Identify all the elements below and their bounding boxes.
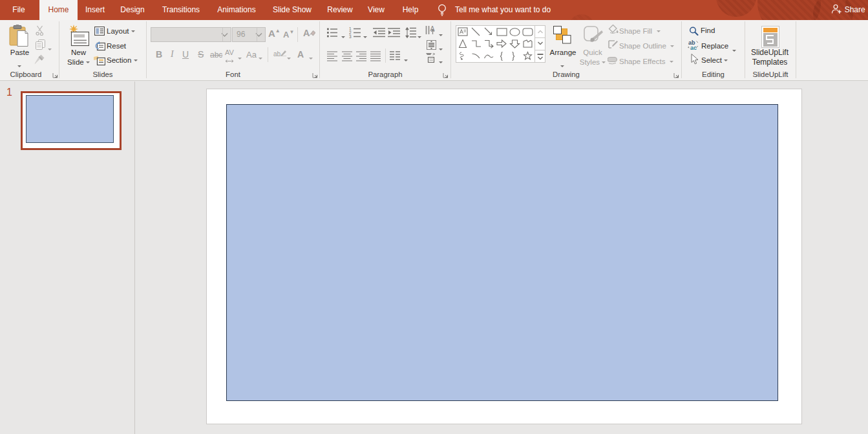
svg-text:3: 3 [349,34,352,38]
svg-text:ac: ac [690,45,697,50]
